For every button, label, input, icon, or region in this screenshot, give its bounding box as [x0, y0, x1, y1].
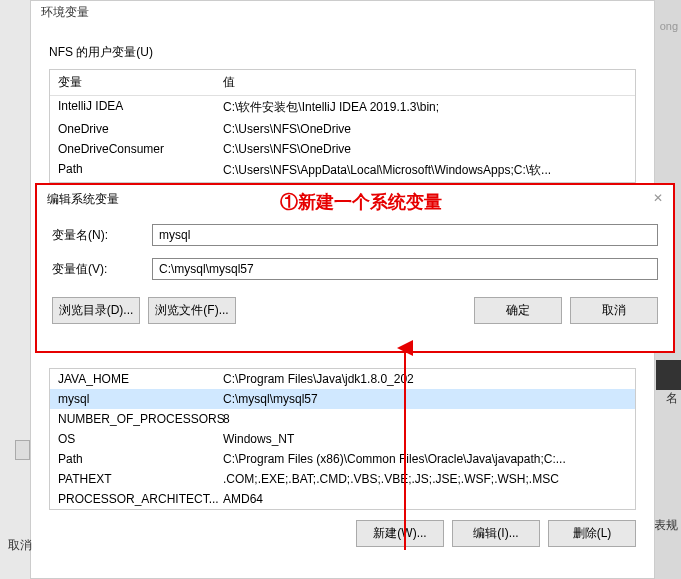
- var-value-input[interactable]: [152, 258, 658, 280]
- side-partial-button: [15, 440, 30, 460]
- table-row[interactable]: NUMBER_OF_PROCESSORS 8: [50, 409, 635, 429]
- table-row[interactable]: OneDriveConsumer C:\Users\NFS\OneDrive: [50, 139, 635, 159]
- side-label-1: 名: [666, 390, 678, 407]
- var-name-label: 变量名(N):: [52, 227, 152, 244]
- close-icon[interactable]: ✕: [653, 191, 663, 208]
- edit-button[interactable]: 编辑(I)...: [452, 520, 540, 547]
- new-button[interactable]: 新建(W)...: [356, 520, 444, 547]
- var-value-label: 变量值(V):: [52, 261, 152, 278]
- table-row[interactable]: IntelliJ IDEA C:\软件安装包\IntelliJ IDEA 201…: [50, 96, 635, 119]
- user-vars-table: 变量 值 IntelliJ IDEA C:\软件安装包\IntelliJ IDE…: [49, 69, 636, 183]
- annotation-text: ①新建一个系统变量: [280, 190, 442, 214]
- side-label-2: 表规: [654, 517, 678, 534]
- user-vars-label: NFS 的用户变量(U): [49, 44, 636, 61]
- table-row[interactable]: OneDrive C:\Users\NFS\OneDrive: [50, 119, 635, 139]
- browse-dir-button[interactable]: 浏览目录(D)...: [52, 297, 140, 324]
- side-label-3: ong: [660, 20, 678, 32]
- system-vars-table: JAVA_HOME C:\Program Files\Java\jdk1.8.0…: [49, 368, 636, 510]
- delete-button[interactable]: 删除(L): [548, 520, 636, 547]
- outer-cancel-label: 取消: [8, 537, 32, 554]
- header-value: 值: [223, 74, 627, 91]
- cancel-button[interactable]: 取消: [570, 297, 658, 324]
- table-row[interactable]: JAVA_HOME C:\Program Files\Java\jdk1.8.0…: [50, 369, 635, 389]
- browse-file-button[interactable]: 浏览文件(F)...: [148, 297, 236, 324]
- var-name-input[interactable]: [152, 224, 658, 246]
- dialog-title: 编辑系统变量: [47, 191, 119, 208]
- user-vars-header[interactable]: 变量 值: [50, 70, 635, 96]
- ok-button[interactable]: 确定: [474, 297, 562, 324]
- table-row[interactable]: Path C:\Program Files (x86)\Common Files…: [50, 449, 635, 469]
- table-row[interactable]: PATHEXT .COM;.EXE;.BAT;.CMD;.VBS;.VBE;.J…: [50, 469, 635, 489]
- window-title: 环境变量: [31, 1, 654, 24]
- table-row-selected[interactable]: mysql C:\mysql\mysql57: [50, 389, 635, 409]
- table-row[interactable]: Path C:\Users\NFS\AppData\Local\Microsof…: [50, 159, 635, 182]
- header-variable: 变量: [58, 74, 223, 91]
- table-row[interactable]: OS Windows_NT: [50, 429, 635, 449]
- table-row[interactable]: PROCESSOR_ARCHITECT... AMD64: [50, 489, 635, 509]
